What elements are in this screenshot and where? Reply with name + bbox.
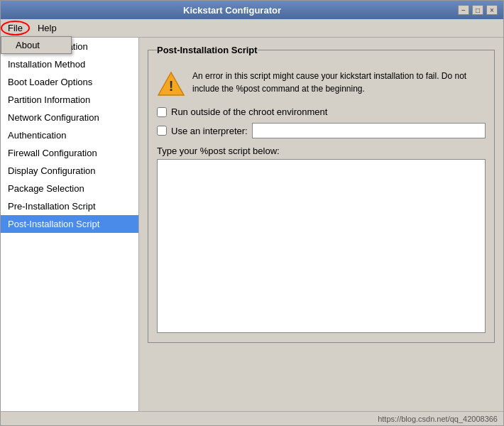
interpreter-input[interactable] [252,123,486,138]
title-bar: Kickstart Configurator − □ × [1,1,503,19]
script-textarea[interactable] [157,159,486,333]
menubar-file[interactable]: File [1,21,30,36]
section-title: Post-Installation Script [157,45,258,55]
maximize-button[interactable]: □ [472,5,483,15]
sidebar-item-authentication[interactable]: Authentication [1,126,138,144]
sidebar-item-package-selection[interactable]: Package Selection [1,180,138,197]
chroot-checkbox[interactable] [157,107,167,117]
statusbar-url: https://blog.csdn.net/qq_42008366 [378,415,498,423]
warning-icon: ! [157,70,185,98]
chroot-checkbox-row: Run outside of the chroot environment [157,106,486,117]
sidebar-item-partition-info[interactable]: Partition Information [1,91,138,109]
window-title: Kickstart Configurator [6,5,458,16]
sidebar-item-firewall-config[interactable]: Firewall Configuration [1,144,138,162]
statusbar: https://blog.csdn.net/qq_42008366 [1,411,503,425]
minimize-button[interactable]: − [458,5,469,15]
chroot-label: Run outside of the chroot environment [171,106,327,117]
content-area: Post-Installation Script ! An error in t… [139,38,503,411]
sidebar-item-display-config[interactable]: Display Configuration [1,162,138,180]
close-button[interactable]: × [486,5,498,15]
sidebar-item-network-config[interactable]: Network Configuration [1,109,138,126]
post-install-section: Post-Installation Script ! An error in t… [148,45,495,343]
interpreter-label: Use an interpreter: [171,126,248,136]
interpreter-row: Use an interpreter: [157,123,486,138]
sidebar-item-post-install[interactable]: Post-Installation Script [1,215,138,233]
menubar: File Help About [1,19,503,38]
main-window: Kickstart Configurator − □ × File Help A… [0,0,504,426]
interpreter-checkbox[interactable] [157,126,167,136]
warning-row: ! An error in this script might cause yo… [157,70,486,98]
dropdown-item-about[interactable]: About [1,37,71,53]
sidebar: Basic Configuration Installation Method … [1,38,139,411]
script-label: Type your %post script below: [157,146,486,156]
svg-text:!: ! [169,78,174,94]
title-bar-controls: − □ × [458,5,498,15]
sidebar-item-installation-method[interactable]: Installation Method [1,55,138,73]
menubar-help[interactable]: Help [30,21,65,36]
warning-text: An error in this script might cause your… [192,70,486,95]
sidebar-item-pre-install[interactable]: Pre-Installation Script [1,197,138,215]
main-content: Basic Configuration Installation Method … [1,38,503,411]
sidebar-item-boot-loader[interactable]: Boot Loader Options [1,73,138,91]
file-dropdown-menu: About [1,36,72,54]
